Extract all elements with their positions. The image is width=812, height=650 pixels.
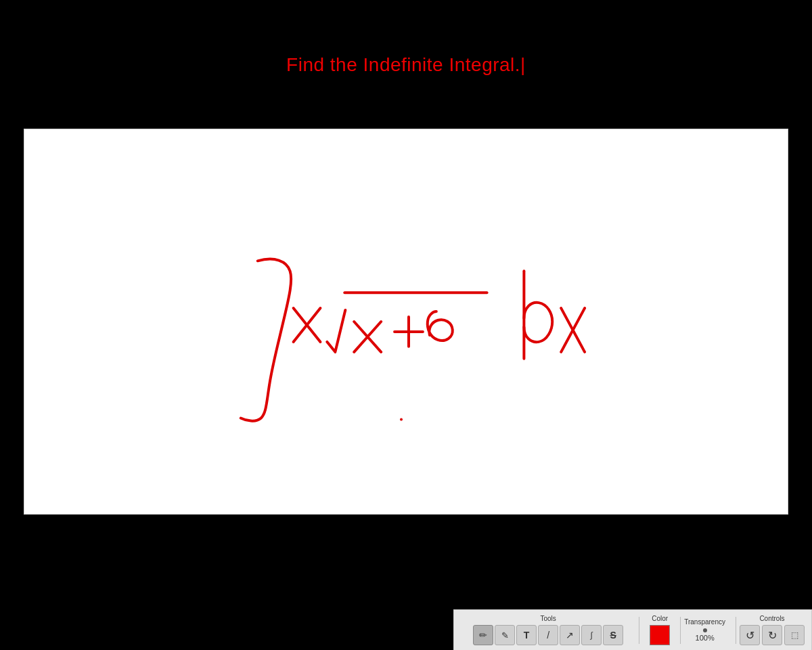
undo-button[interactable]: ↺ [740,625,760,645]
color-picker[interactable] [650,625,670,645]
drawing-canvas[interactable] [24,129,788,515]
export-button[interactable]: ⬚ [784,625,805,645]
transparency-value: 100% [696,634,715,642]
divider-1 [639,617,639,644]
curve-tool[interactable]: ∫ [581,625,602,645]
pencil-tool[interactable]: ✎ [495,625,515,645]
redo-button[interactable]: ↻ [762,625,782,645]
text-tool[interactable]: T [516,625,537,645]
color-section: Color [650,615,670,645]
export-icon: ⬚ [791,630,798,640]
line-tool[interactable]: / [538,625,558,645]
controls-buttons: ↺ ↻ ⬚ [740,625,805,645]
page-title: Find the Indefinite Integral.| [286,54,526,75]
strikethrough-icon: S [610,630,616,641]
controls-label: Controls [759,615,784,622]
tools-controls: ✏ ✎ T / ↗ ∫ S [473,625,623,645]
transparency-dot [703,628,707,632]
transparency-section: Transparency 100% [684,618,725,642]
tools-label: Tools [540,615,556,622]
svg-point-3 [400,418,403,420]
toolbar: Tools ✏ ✎ T / ↗ ∫ S [453,609,812,650]
arrow-tool[interactable]: ↗ [560,625,580,645]
tools-section: Tools ✏ ✎ T / ↗ ∫ S [461,615,635,645]
strikethrough-tool[interactable]: S [603,625,623,645]
undo-icon: ↺ [746,629,754,642]
text-icon: T [524,630,530,641]
divider-3 [736,617,736,644]
color-label: Color [652,615,668,622]
redo-icon: ↻ [768,629,777,642]
pencil-icon: ✎ [501,630,509,641]
controls-section: Controls ↺ ↻ ⬚ [740,615,805,645]
pen-icon: ✏ [479,630,487,641]
pen-tool[interactable]: ✏ [473,625,493,645]
transparency-label: Transparency [684,618,725,626]
title-area: Find the Indefinite Integral.| [0,54,812,76]
line-icon: / [547,630,549,641]
arrow-icon: ↗ [566,630,574,641]
curve-icon: ∫ [590,630,592,640]
divider-2 [680,617,681,644]
